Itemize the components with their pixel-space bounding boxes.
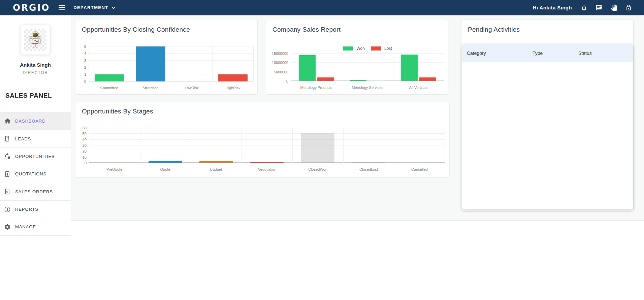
bar-slot-Quote [140,128,191,163]
sidebar-item-label: DASHBOARD [15,119,45,124]
user-role: DIRECTOR [0,70,71,75]
legend-label: Lost [384,46,392,51]
sidebar-menu: DASHBOARD LEADS OPPORTUNITIES $ QUOTATIO… [0,112,71,236]
bar-slot-Negotiation [242,128,292,163]
x-tick-label: Stretched [142,86,158,90]
alert-circle-icon [3,206,11,213]
bar-ClosedWon [301,133,334,163]
sidebar-item-label: LEADS [15,136,31,141]
sidebar-item-label: MANAGE [15,224,36,229]
svg-text:$: $ [6,190,8,194]
svg-text:$: $ [6,172,8,176]
bar-Metrology Products-Won [299,55,316,81]
document-download-icon [3,135,11,142]
chart-title: Opportunities By Stages [82,108,153,115]
bell-icon [581,4,587,11]
bar-slot-PreQuote [89,128,140,163]
bar-Committed [95,74,124,81]
x-tick-label: Negotiation [258,167,277,171]
lost-swatch [371,46,381,51]
sidebar-item-label: OPPORTUNITIES [15,154,55,159]
messages-button[interactable] [591,0,606,15]
closing-confidence-chart: 012345CommittedStretchedLowRiskHighRisk [80,46,254,90]
card-pending-activities: Pending Activities Category Type Status [461,20,634,211]
x-tick-label: Quote [160,167,170,171]
panel-title: SALES PANEL [5,92,52,99]
user-greeting: Hi Ankita Singh [533,5,572,10]
bar-slot-Metrology Services [342,54,393,81]
top-navbar: ORGIO DEPARTMENT Hi Ankita Singh [0,0,644,15]
sidebar-item-quotations[interactable]: $ QUOTATIONS [0,165,71,182]
x-tick-label: Cancelled [411,167,428,171]
sidebar-item-label: SALES ORDERS [15,189,53,194]
sidebar-item-opportunities[interactable]: OPPORTUNITIES [0,147,71,165]
department-dropdown[interactable]: DEPARTMENT [73,5,115,10]
x-tick-label: LowRisk [185,86,199,90]
gear-icon [3,224,11,230]
bar-Metrology Products-Lost [317,77,334,81]
column-header-status: Status [578,51,633,56]
sidebar-item-sales-orders[interactable]: $ SALES ORDERS [0,183,71,200]
x-tick-label: ClosedWon [308,167,327,171]
raised-hand-icon [610,4,617,11]
won-swatch [343,46,353,51]
pan-tool-button[interactable] [606,0,621,15]
chart-legend: Won Lost [291,46,444,51]
bar-ClosedLost [352,162,385,163]
home-icon [3,118,11,125]
dollar-document-icon: $ [3,171,11,177]
bar-slot-Cancelled [394,128,445,163]
sidebar-item-label: QUOTATIONS [15,171,46,176]
bar-slot-HighRisk [212,46,253,81]
pending-title: Pending Activities [468,26,520,33]
bar-Quote [149,161,182,163]
sidebar: Ankita Singh DIRECTOR SALES PANEL DASHBO… [0,15,71,300]
navbar-icons [577,0,636,15]
sidebar-item-reports[interactable]: REPORTS [0,200,71,218]
hamburger-menu-icon[interactable] [59,5,65,10]
lock-icon [625,4,632,11]
pending-table-header: Category Type Status [462,44,633,62]
notifications-button[interactable] [577,0,591,15]
sidebar-item-manage[interactable]: MANAGE [0,218,71,235]
card-stages: Opportunities By Stages 0102030405060Pre… [75,102,450,177]
card-company-sales: Company Sales Report Won Lost 0500000010… [266,20,448,95]
avatar-image [24,29,46,51]
bar-slot-Stretched [130,46,171,81]
bar-HighRisk [218,74,248,81]
chat-icon [595,4,602,11]
legend-item-won: Won [343,46,364,51]
company-sales-chart: 050000001000000015000000Metrology Produc… [270,54,444,90]
user-name: Ankita Singh [0,62,71,68]
card-closing-confidence: Opportunities By Closing Confidence 0123… [75,20,258,95]
pending-table: Category Type Status [462,44,633,209]
astronaut-illustration [26,30,45,49]
x-tick-label: Budget [210,167,222,171]
x-tick-label: Committed [100,86,118,90]
bar-slot-LowRisk [171,46,212,81]
bar-Negotiation [250,162,284,163]
chart-title: Company Sales Report [272,26,341,33]
sync-icon [3,153,11,160]
x-tick-label: HighRisk [226,86,240,90]
dollar-document-icon: $ [3,188,11,195]
bar-slot-Committed [89,46,130,81]
column-header-type: Type [533,51,578,56]
column-header-category: Category [462,51,533,56]
bar-slot-Metrology Products [291,54,342,81]
x-tick-label: Metrology Products [300,86,332,90]
x-tick-label: All Verticals [409,86,428,90]
x-tick-label: ClosedLost [359,167,378,171]
sidebar-item-dashboard[interactable]: DASHBOARD [0,112,71,130]
legend-label: Won [356,46,364,51]
bar-Stretched [136,46,165,81]
sidebar-item-leads[interactable]: LEADS [0,130,71,147]
department-label: DEPARTMENT [73,5,108,10]
avatar [21,25,50,55]
bar-Metrology Services-Lost [368,81,385,81]
lock-button[interactable] [621,0,636,15]
x-tick-label: Metrology Services [352,86,383,90]
stages-chart: 0102030405060PreQuoteQuoteBudgetNegotiat… [80,128,445,172]
chevron-down-icon [111,6,116,9]
bar-Metrology Services-Won [350,80,367,81]
